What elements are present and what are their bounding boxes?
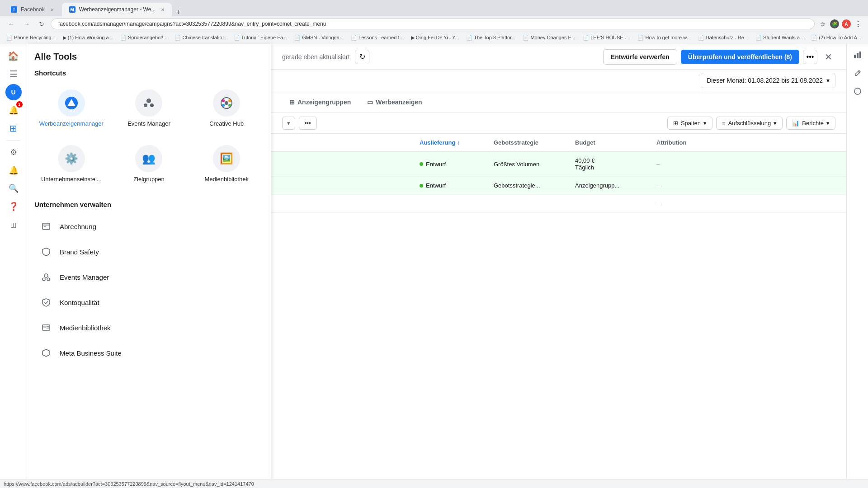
columns-chevron: ▾ [703, 120, 707, 127]
table-row-3[interactable]: – [271, 195, 846, 213]
bookmark-how-get-more[interactable]: 📄 How to get more w... [635, 34, 693, 42]
sidebar-avatar[interactable]: U [5, 84, 22, 100]
bookmark-icon[interactable]: ☆ [818, 19, 827, 28]
sidebar-help-icon[interactable]: ❓ [5, 198, 22, 215]
bookmarks-bar: 📄 Phone Recycling... ▶ (1) How Working a… [0, 32, 868, 44]
filter-dropdown-button[interactable]: ▾ [282, 117, 295, 130]
manage-kontoqualitaet[interactable]: Kontoqualität [34, 290, 264, 315]
more-options-button[interactable]: ••• [803, 50, 817, 64]
sidebar-code-icon[interactable]: ◫ [5, 216, 22, 233]
bookmark-tutorial[interactable]: 📄 Tutorial: Eigene Fa... [231, 34, 290, 42]
notification-badge-count: 1 [16, 101, 23, 108]
tab-werbeanzeigen[interactable]: M Werbeanzeigenmanager - We... ✕ [62, 3, 172, 16]
manage-medienbibliothek[interactable]: Medienbibliothek [34, 315, 264, 340]
col-name [282, 137, 418, 148]
header-left: gerade eben aktualisiert ↻ [282, 50, 369, 64]
tab-anzeigengruppen[interactable]: ⊞ Anzeigengruppen [282, 95, 358, 109]
tab-werbeanzeigen-close[interactable]: ✕ [161, 7, 165, 12]
right-edit-icon[interactable] [850, 66, 865, 80]
svg-line-25 [858, 71, 859, 73]
extensions-icon[interactable]: 🧩 [830, 19, 839, 28]
unternehmenseinstellungen-icon: ⚙️ [58, 145, 85, 172]
manage-abrechnung[interactable]: Abrechnung [34, 214, 264, 239]
shortcut-events-manager[interactable]: Events Manager [112, 82, 186, 134]
header-right: Entwürfe verwerfen Überprüfen und veröff… [603, 49, 835, 65]
browser-chrome: f Facebook ✕ M Werbeanzeigenmanager - We… [0, 0, 868, 32]
bookmark-qing[interactable]: ▶ Qing Fei De Yi - Y... [408, 34, 462, 42]
svg-rect-11 [42, 223, 50, 230]
kontoqualitaet-icon [38, 294, 54, 310]
manage-meta-business-suite[interactable]: Meta Business Suite [34, 340, 264, 366]
reload-button[interactable]: ↻ [36, 19, 47, 28]
close-button[interactable]: ✕ [821, 50, 835, 64]
url-bar[interactable]: facebook.com/adsmanager/manage/campaigns… [51, 19, 815, 29]
breakdown-icon: ≡ [722, 120, 726, 127]
sidebar-menu-icon[interactable]: ☰ [5, 66, 22, 82]
breakdown-button[interactable]: ≡ Aufschlüsselung ▾ [716, 117, 783, 130]
svg-point-4 [150, 103, 154, 107]
sidebar-settings-icon[interactable]: ⚙ [5, 144, 22, 160]
bookmark-phone-recycling[interactable]: 📄 Phone Recycling... [4, 34, 58, 42]
left-sidebar: 🏠 ☰ U 🔔 1 ⊞ ⚙ 🔔 🔍 ❓ ◫ [0, 44, 27, 488]
right-chart-icon[interactable] [850, 48, 865, 62]
bookmark-lessons[interactable]: 📄 Lessons Learned f... [348, 34, 406, 42]
bookmark-money[interactable]: 📄 Money Changes E... [520, 34, 578, 42]
table-row-2[interactable]: Entwurf Gebotsstrategie... Anzeigengrupp… [271, 177, 846, 195]
statusbar-url: https://www.facebook.com/ads/adbuilder?a… [4, 481, 254, 487]
back-button[interactable]: ← [5, 19, 17, 28]
reports-button[interactable]: 📊 Berichte ▾ [786, 117, 835, 130]
shortcut-creative-hub[interactable]: Creative Hub [189, 82, 264, 134]
bookmark-how-to-add[interactable]: 📄 (2) How To Add A... [808, 34, 864, 42]
bookmark-chinese[interactable]: 📄 Chinese translatio... [172, 34, 229, 42]
main-layout: 🏠 ☰ U 🔔 1 ⊞ ⚙ 🔔 🔍 ❓ ◫ Alle Tools Shortcu… [0, 44, 868, 488]
manage-events-manager[interactable]: Events Manager [34, 264, 264, 290]
shortcut-medienbibliothek[interactable]: 🖼️ Medienbibliothek [189, 138, 264, 190]
sidebar-search-icon[interactable]: 🔍 [5, 180, 22, 197]
manage-kontoqualitaet-label: Kontoqualität [60, 299, 99, 306]
tab-facebook-close[interactable]: ✕ [50, 7, 54, 12]
tab-bar: f Facebook ✕ M Werbeanzeigenmanager - We… [0, 0, 868, 16]
svg-point-8 [228, 99, 231, 102]
date-filter-button[interactable]: Dieser Monat: 01.08.2022 bis 21.08.2022 … [701, 73, 835, 88]
table-row-1[interactable]: Entwurf Größtes Volumen 40,00 € Täglich … [271, 152, 846, 177]
columns-label: Spalten [681, 120, 701, 127]
row1-status: Entwurf [418, 155, 492, 173]
breakdown-chevron: ▾ [774, 120, 777, 127]
shortcut-unternehmenseinstellungen[interactable]: ⚙️ Unternehmenseinstel... [34, 138, 108, 190]
bookmark-lees[interactable]: 📄 LEE'S HOUSE -... [580, 34, 633, 42]
sidebar-bell-icon[interactable]: 🔔 [5, 162, 22, 178]
manage-brand-safety[interactable]: Brand Safety [34, 239, 264, 264]
svg-point-26 [854, 88, 861, 94]
bookmark-how-working[interactable]: ▶ (1) How Working a... [60, 34, 116, 42]
sidebar-notification-icon[interactable]: 🔔 1 [5, 102, 22, 118]
settings-dots[interactable]: ⋮ [854, 19, 863, 28]
shortcut-zielgruppen-label: Zielgruppen [133, 176, 165, 183]
sidebar-grid-icon[interactable]: ⊞ [5, 120, 22, 136]
shortcut-werbeanzeigenmanager[interactable]: Werbeanzeigenmanager [34, 82, 108, 134]
more-toolbar-button[interactable]: ••• [299, 117, 317, 130]
bookmark-datenschutz[interactable]: 📄 Datenschutz - Re... [695, 34, 751, 42]
bookmark-gmsn[interactable]: 📄 GMSN - Vologda... [292, 34, 346, 42]
col-auslieferung[interactable]: Auslieferung ↑ [418, 137, 492, 148]
columns-button[interactable]: ⊞ Spalten ▾ [667, 117, 712, 130]
refresh-button[interactable]: ↻ [355, 50, 369, 64]
publish-button[interactable]: Überprüfen und veröffentlichen (8) [681, 50, 799, 64]
forward-button[interactable]: → [21, 19, 33, 28]
right-circle-icon[interactable] [850, 84, 865, 99]
discard-drafts-button[interactable]: Entwürfe verwerfen [603, 49, 677, 65]
tab-werbeanzeigen[interactable]: ▭ Werbeanzeigen [360, 95, 429, 109]
shortcut-unternehmenseinstellungen-label: Unternehmenseinstel... [41, 176, 102, 183]
sidebar-divider-1 [7, 140, 20, 141]
shortcut-zielgruppen[interactable]: 👥 Zielgruppen [112, 138, 186, 190]
bookmark-student[interactable]: 📄 Student Wants a... [753, 34, 807, 42]
bookmark-download[interactable]: 📄 Download - Cook... [866, 34, 868, 42]
svg-point-16 [47, 278, 50, 281]
new-tab-button[interactable]: + [173, 8, 184, 16]
profile-icon[interactable]: A [842, 19, 851, 28]
row2-attribution: – [655, 180, 745, 191]
bookmark-top3[interactable]: 📄 The Top 3 Platfor... [463, 34, 518, 42]
bookmark-sonderangebot[interactable]: 📄 Sonderangebot!... [118, 34, 170, 42]
content-header: gerade eben aktualisiert ↻ Entwürfe verw… [271, 44, 846, 70]
sidebar-home-icon[interactable]: 🏠 [5, 48, 22, 64]
tab-facebook[interactable]: f Facebook ✕ [4, 3, 61, 16]
